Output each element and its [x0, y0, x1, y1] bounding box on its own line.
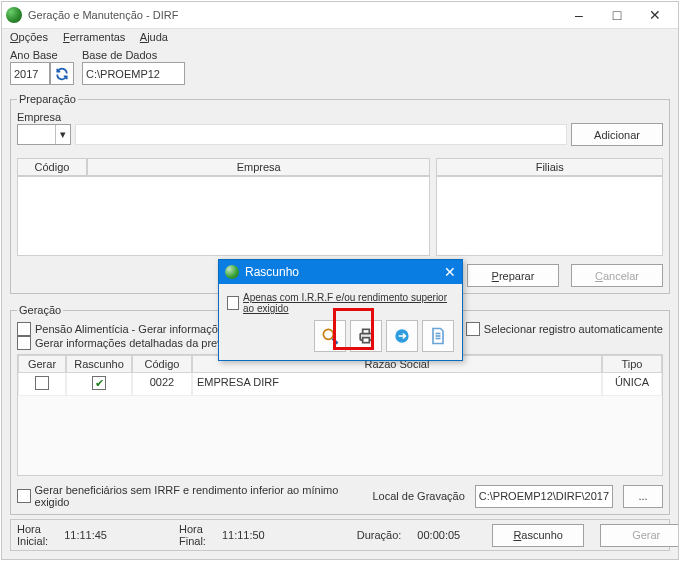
row-rascunho-checkbox[interactable]: ✔: [92, 376, 106, 390]
duracao-value: 00:00:05: [417, 529, 460, 541]
maximize-button[interactable]: □: [598, 4, 636, 26]
base-dados-input[interactable]: C:\PROEMP12: [82, 62, 185, 85]
empresa-list[interactable]: [17, 176, 430, 256]
filiais-list[interactable]: [436, 176, 663, 256]
col-filiais[interactable]: Filiais: [436, 158, 663, 176]
empresa-name-input[interactable]: [75, 124, 567, 145]
app-icon: [6, 7, 22, 23]
base-dados-label: Base de Dados: [82, 49, 185, 61]
refresh-icon: [55, 67, 69, 81]
table-row[interactable]: ✔ 0022 EMPRESA DIRF ÚNICA: [18, 373, 662, 396]
cancelar-button: Cancelar: [571, 264, 663, 287]
popup-titlebar: Rascunho ✕: [219, 260, 462, 284]
hora-final-label: Hora Final:: [179, 523, 206, 547]
window-title: Geração e Manutenção - DIRF: [28, 9, 178, 21]
gerar-button-footer: Gerar: [600, 524, 678, 547]
print-button[interactable]: [350, 320, 382, 352]
status-bar: Hora Inicial: 11:11:45 Hora Final: 11:11…: [10, 519, 670, 551]
preview-button[interactable]: [314, 320, 346, 352]
menu-ferramentas[interactable]: Ferramentas: [63, 31, 125, 43]
chk-auto[interactable]: Selecionar registro automaticamente: [466, 322, 663, 336]
popup-close-button[interactable]: ✕: [444, 264, 456, 280]
popup-title: Rascunho: [245, 265, 299, 279]
empresa-label: Empresa: [17, 111, 663, 123]
row-codigo: 0022: [132, 373, 192, 396]
popup-icon: [225, 265, 239, 279]
preparacao-legend: Preparação: [17, 93, 78, 105]
hora-final-value: 11:11:50: [222, 529, 265, 541]
svg-rect-3: [363, 329, 370, 333]
chk-apenas-irrf[interactable]: Apenas com I.R.R.F e/ou rendimento super…: [227, 292, 454, 314]
local-gravacao-label: Local de Gravação: [372, 490, 464, 502]
menu-opcoes[interactable]: Opções: [10, 31, 48, 43]
hdr-tipo[interactable]: Tipo: [602, 355, 662, 373]
geracao-legend: Geração: [17, 304, 63, 316]
empresa-combo[interactable]: ▾: [17, 124, 71, 145]
close-button[interactable]: ✕: [636, 4, 674, 26]
magnifier-icon: [320, 326, 340, 346]
hora-inicial-value: 11:11:45: [64, 529, 107, 541]
new-doc-button[interactable]: [422, 320, 454, 352]
menu-bar: Opções Ferramentas Ajuda: [2, 29, 678, 45]
row-tipo: ÚNICA: [602, 373, 662, 396]
export-button[interactable]: [386, 320, 418, 352]
preparar-button[interactable]: Preparar: [467, 264, 559, 287]
hdr-rascunho[interactable]: Rascunho: [66, 355, 132, 373]
geracao-grid[interactable]: Gerar Rascunho Código Razão Social Tipo …: [17, 354, 663, 476]
chevron-down-icon: ▾: [55, 125, 70, 144]
adicionar-button[interactable]: Adicionar: [571, 123, 663, 146]
duracao-label: Duração:: [357, 529, 402, 541]
printer-icon: [356, 326, 376, 346]
refresh-button[interactable]: [50, 62, 74, 85]
col-empresa[interactable]: Empresa: [87, 158, 430, 176]
svg-line-1: [333, 339, 338, 344]
svg-rect-4: [363, 338, 370, 343]
hdr-gerar[interactable]: Gerar: [18, 355, 66, 373]
ano-base-label: Ano Base: [10, 49, 74, 61]
row-razao: EMPRESA DIRF: [192, 373, 602, 396]
export-icon: [392, 326, 412, 346]
row-gerar-checkbox[interactable]: [35, 376, 49, 390]
title-bar: Geração e Manutenção - DIRF – □ ✕: [2, 2, 678, 29]
minimize-button[interactable]: –: [560, 4, 598, 26]
rascunho-popup: Rascunho ✕ Apenas com I.R.R.F e/ou rendi…: [218, 259, 463, 361]
browse-button[interactable]: ...: [623, 485, 663, 508]
menu-ajuda[interactable]: Ajuda: [140, 31, 168, 43]
col-codigo[interactable]: Código: [17, 158, 87, 176]
rascunho-button[interactable]: Rascunho: [492, 524, 584, 547]
ano-base-input[interactable]: 2017: [10, 62, 50, 85]
hora-inicial-label: Hora Inicial:: [17, 523, 48, 547]
hdr-codigo[interactable]: Código: [132, 355, 192, 373]
svg-point-0: [323, 329, 333, 339]
chk-sem-irrf[interactable]: Gerar beneficiários sem IRRF e rendiment…: [17, 484, 362, 508]
local-gravacao-input[interactable]: C:\PROEMP12\DIRF\2017: [475, 485, 613, 508]
main-window: Geração e Manutenção - DIRF – □ ✕ Opções…: [1, 1, 679, 560]
document-icon: [428, 326, 448, 346]
